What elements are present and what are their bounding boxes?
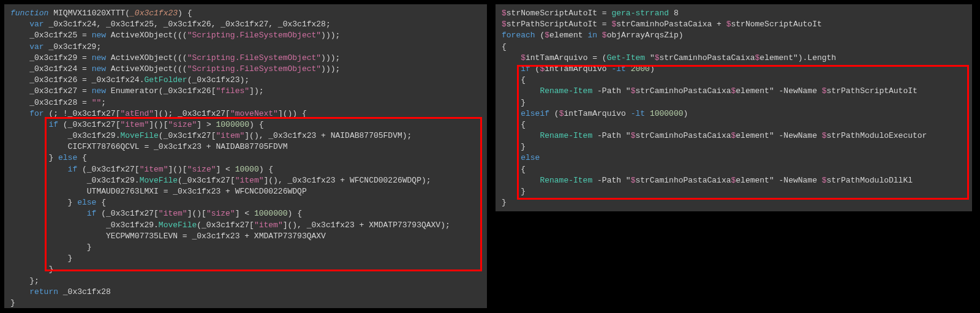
code-block-javascript: function MIQMVX11020XTTT(_0x3c1fx23) { v… <box>10 8 481 309</box>
code-panel-left: function MIQMVX11020XTTT(_0x3c1fx23) { v… <box>4 4 488 309</box>
code-panel-right: $strNomeScriptAutoIt = gera-strrand 8 $s… <box>495 4 973 212</box>
code-block-powershell: $strNomeScriptAutoIt = gera-strrand 8 $s… <box>502 8 966 208</box>
keyword-function: function <box>10 9 48 18</box>
